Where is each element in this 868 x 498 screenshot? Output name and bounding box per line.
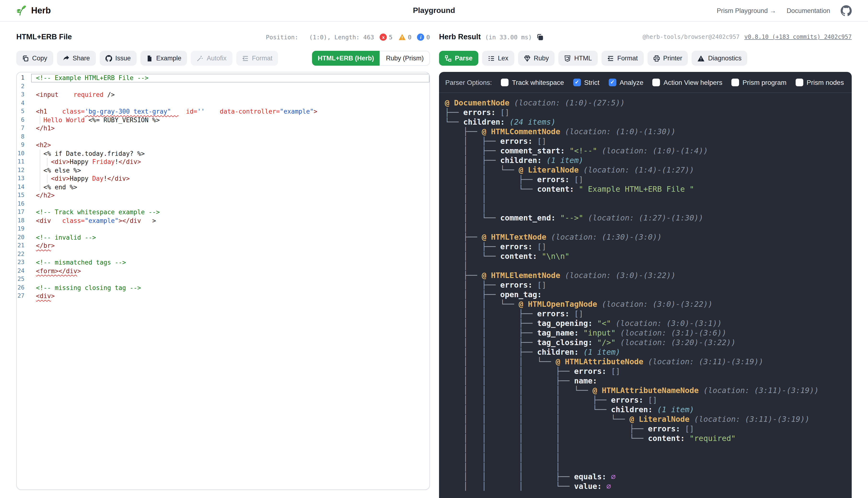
code-line-content[interactable]: </h2> bbox=[31, 191, 430, 200]
code-line-content[interactable] bbox=[31, 99, 430, 107]
code-line-4[interactable]: 4 bbox=[17, 99, 430, 107]
github-icon[interactable] bbox=[841, 5, 852, 16]
code-line-6[interactable]: 6 Hello World <%= RUBY_VERSION %> bbox=[17, 116, 430, 124]
code-line-content[interactable] bbox=[31, 200, 430, 208]
code-line-content[interactable]: <form></div> bbox=[31, 267, 430, 275]
code-line-14[interactable]: 14 <% end %> bbox=[17, 183, 430, 191]
tab-html-erb-herb[interactable]: HTML+ERB (Herb) bbox=[312, 51, 380, 66]
code-line-25[interactable]: 25 bbox=[17, 275, 430, 284]
code-line-22[interactable]: 22 bbox=[17, 250, 430, 258]
diagnostics-button[interactable]: Diagnostics bbox=[692, 51, 748, 66]
line-number[interactable]: 24 bbox=[17, 267, 31, 275]
code-line-content[interactable]: <div>Happy Friday!</div> bbox=[31, 158, 430, 166]
code-line-content[interactable]: <% else %> bbox=[31, 166, 430, 174]
line-number[interactable]: 13 bbox=[17, 174, 31, 183]
code-line-content[interactable]: <input required /> bbox=[31, 91, 430, 99]
line-number[interactable]: 17 bbox=[17, 208, 31, 217]
line-number[interactable]: 21 bbox=[17, 241, 31, 250]
code-line-content[interactable]: <!-- missing closing tag --> bbox=[31, 284, 430, 292]
code-line-content[interactable]: <!-- Track whitespace example --> bbox=[31, 208, 430, 217]
code-line-content[interactable]: Hello World <%= RUBY_VERSION %> bbox=[31, 116, 430, 124]
code-line-content[interactable]: <h1 class='bg-gray-300 text-gray" id='' … bbox=[31, 107, 430, 116]
line-number[interactable]: 4 bbox=[17, 99, 31, 107]
code-line-21[interactable]: 21</br> bbox=[17, 241, 430, 250]
line-number[interactable]: 6 bbox=[17, 116, 31, 124]
ruby-button[interactable]: Ruby bbox=[518, 51, 554, 66]
code-line-content[interactable] bbox=[31, 225, 430, 233]
code-line-2[interactable]: 2 bbox=[17, 82, 430, 91]
ast-tree[interactable]: @ DocumentNode (location: (1:0)-(27:5))├… bbox=[439, 93, 852, 491]
code-line-content[interactable]: <% if Date.today.friday? %> bbox=[31, 149, 430, 158]
line-number[interactable]: 3 bbox=[17, 91, 31, 99]
checkbox-unchecked[interactable] bbox=[501, 78, 509, 86]
code-line-13[interactable]: 13 <div>Happy Day!</div> bbox=[17, 174, 430, 183]
line-number[interactable]: 27 bbox=[17, 292, 31, 300]
html-button[interactable]: HTML bbox=[558, 51, 598, 66]
line-number[interactable]: 2 bbox=[17, 82, 31, 91]
line-number[interactable]: 10 bbox=[17, 149, 31, 158]
code-line-7[interactable]: 7</h1> bbox=[17, 124, 430, 132]
code-line-15[interactable]: 15</h2> bbox=[17, 191, 430, 200]
line-number[interactable]: 18 bbox=[17, 217, 31, 225]
code-line-1[interactable]: 1<!-- Example HTML+ERB File --> bbox=[17, 74, 430, 82]
code-line-content[interactable]: <!-- invalid --> bbox=[31, 233, 430, 241]
parser-option-track-whitespace[interactable]: Track whitespace bbox=[501, 78, 564, 86]
printer-button[interactable]: Printer bbox=[647, 51, 688, 66]
herb-logo[interactable]: Herb bbox=[16, 5, 51, 16]
result-format-button[interactable]: Format bbox=[602, 51, 644, 66]
code-line-20[interactable]: 20<!-- invalid --> bbox=[17, 233, 430, 241]
share-button[interactable]: Share bbox=[57, 51, 96, 66]
code-line-content[interactable] bbox=[31, 250, 430, 258]
code-line-content[interactable]: <div class="example"></div > bbox=[31, 217, 430, 225]
code-line-12[interactable]: 12 <% else %> bbox=[17, 166, 430, 174]
line-number[interactable]: 14 bbox=[17, 183, 31, 191]
parser-option-prism-program[interactable]: Prism program bbox=[732, 78, 787, 86]
code-line-3[interactable]: 3<input required /> bbox=[17, 91, 430, 99]
code-line-10[interactable]: 10 <% if Date.today.friday? %> bbox=[17, 149, 430, 158]
line-number[interactable]: 5 bbox=[17, 107, 31, 116]
checkbox-checked[interactable]: ✓ bbox=[608, 78, 616, 86]
checkbox-unchecked[interactable] bbox=[732, 78, 739, 86]
parse-button[interactable]: Parse bbox=[439, 51, 478, 66]
lex-button[interactable]: Lex bbox=[482, 51, 514, 66]
code-line-content[interactable]: <div> bbox=[31, 292, 430, 300]
nav-link-prism-playground[interactable]: Prism Playground → bbox=[717, 7, 776, 14]
parser-option-analyze[interactable]: ✓Analyze bbox=[608, 78, 643, 86]
code-line-content[interactable]: </h1> bbox=[31, 124, 430, 132]
line-number[interactable]: 8 bbox=[17, 132, 31, 141]
line-number[interactable]: 22 bbox=[17, 250, 31, 258]
line-number[interactable]: 26 bbox=[17, 284, 31, 292]
autofix-button[interactable]: Autofix bbox=[191, 51, 233, 66]
code-line-11[interactable]: 11 <div>Happy Friday!</div> bbox=[17, 158, 430, 166]
code-line-9[interactable]: 9<h2> bbox=[17, 141, 430, 149]
parser-option-strict[interactable]: ✓Strict bbox=[573, 78, 599, 86]
code-line-content[interactable]: <% end %> bbox=[31, 183, 430, 191]
code-line-19[interactable]: 19 bbox=[17, 225, 430, 233]
nav-link-documentation[interactable]: Documentation bbox=[787, 7, 830, 14]
version-link[interactable]: v0.8.10 (+183 commits) 2402c957 bbox=[744, 34, 852, 40]
checkbox-checked[interactable]: ✓ bbox=[573, 78, 581, 86]
code-line-content[interactable] bbox=[31, 132, 430, 141]
code-line-18[interactable]: 18<div class="example"></div > bbox=[17, 217, 430, 225]
code-line-5[interactable]: 5<h1 class='bg-gray-300 text-gray" id=''… bbox=[17, 107, 430, 116]
line-number[interactable]: 11 bbox=[17, 158, 31, 166]
tab-ruby-prism[interactable]: Ruby (Prism) bbox=[380, 51, 430, 66]
code-line-content[interactable]: <h2> bbox=[31, 141, 430, 149]
line-number[interactable]: 15 bbox=[17, 191, 31, 200]
code-line-23[interactable]: 23<!-- mismatched tags --> bbox=[17, 258, 430, 267]
code-editor[interactable]: 1<!-- Example HTML+ERB File -->23<input … bbox=[16, 72, 430, 490]
code-line-content[interactable] bbox=[31, 275, 430, 284]
line-number[interactable]: 16 bbox=[17, 200, 31, 208]
code-line-17[interactable]: 17<!-- Track whitespace example --> bbox=[17, 208, 430, 217]
copy-result-icon[interactable] bbox=[536, 33, 543, 40]
line-number[interactable]: 12 bbox=[17, 166, 31, 174]
checkbox-unchecked[interactable] bbox=[795, 78, 803, 86]
issue-button[interactable]: Issue bbox=[100, 51, 136, 66]
line-number[interactable]: 9 bbox=[17, 141, 31, 149]
checkbox-unchecked[interactable] bbox=[653, 78, 660, 86]
copy-button[interactable]: Copy bbox=[16, 51, 53, 66]
line-number[interactable]: 25 bbox=[17, 275, 31, 284]
code-line-16[interactable]: 16 bbox=[17, 200, 430, 208]
line-number[interactable]: 7 bbox=[17, 124, 31, 132]
line-number[interactable]: 1 bbox=[17, 74, 31, 82]
